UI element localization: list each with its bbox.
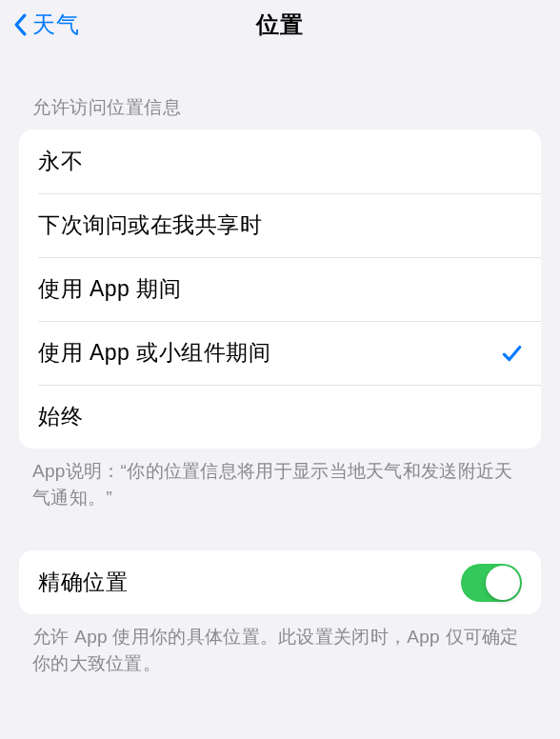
option-always[interactable]: 始终 <box>19 385 541 449</box>
precise-location-label: 精确位置 <box>38 568 128 597</box>
option-label: 使用 App 期间 <box>38 274 181 304</box>
chevron-left-icon <box>11 11 29 38</box>
page-title: 位置 <box>0 10 560 40</box>
nav-bar: 天气 位置 <box>0 0 560 50</box>
option-label: 使用 App 或小组件期间 <box>38 338 270 368</box>
option-while-using-app[interactable]: 使用 App 期间 <box>19 257 541 321</box>
section-footer-precise: 允许 App 使用你的具体位置。此设置关闭时，App 仅可确定你的大致位置。 <box>0 614 560 676</box>
precise-location-toggle[interactable] <box>461 564 522 602</box>
precise-location-row: 精确位置 <box>19 550 541 614</box>
option-label: 永不 <box>38 147 83 176</box>
option-never[interactable]: 永不 <box>19 130 541 193</box>
back-label: 天气 <box>32 10 79 40</box>
option-ask-next-time[interactable]: 下次询问或在我共享时 <box>19 193 541 257</box>
section-header-location-access: 允许访问位置信息 <box>0 95 560 120</box>
location-access-group: 永不 下次询问或在我共享时 使用 App 期间 使用 App 或小组件期间 始终 <box>19 130 541 449</box>
toggle-knob <box>486 566 520 600</box>
precise-location-group: 精确位置 <box>19 550 541 614</box>
checkmark-icon <box>501 343 522 364</box>
option-while-using-app-or-widgets[interactable]: 使用 App 或小组件期间 <box>19 321 541 385</box>
back-button[interactable]: 天气 <box>8 6 83 44</box>
section-footer-app-explanation: App说明：“你的位置信息将用于显示当地天气和发送附近天气通知。” <box>0 449 560 510</box>
option-label: 始终 <box>38 402 83 431</box>
option-label: 下次询问或在我共享时 <box>38 210 262 240</box>
